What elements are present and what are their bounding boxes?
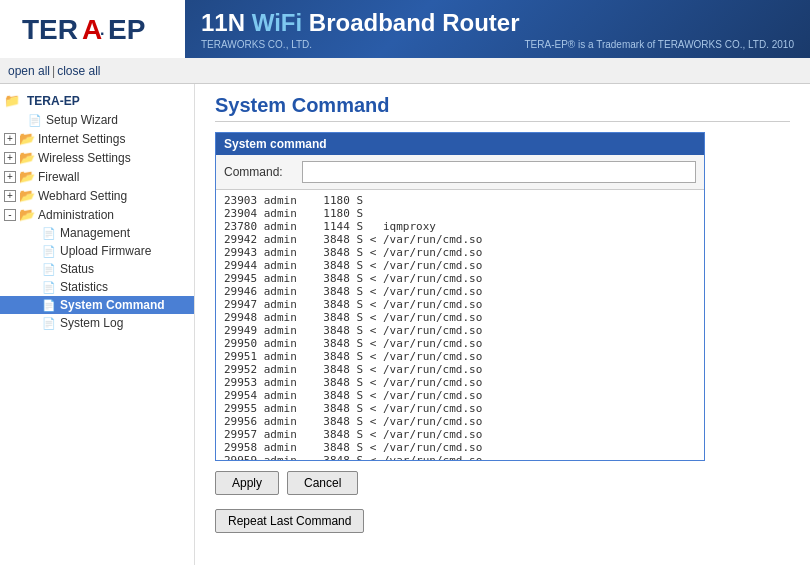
sidebar-label-internet-settings: Internet Settings (38, 132, 125, 146)
page-icon-system-log: 📄 (42, 317, 56, 330)
sidebar-label-management: Management (60, 226, 130, 240)
apply-button[interactable]: Apply (215, 471, 279, 495)
sidebar-label-status: Status (60, 262, 94, 276)
folder-icon-webhard: 📂 (19, 188, 35, 203)
output-area[interactable] (216, 190, 704, 460)
page-icon-statistics: 📄 (42, 281, 56, 294)
root-folder-icon: 📁 (4, 93, 20, 108)
sidebar-label-system-log: System Log (60, 316, 123, 330)
expand-icon-wireless: + (4, 152, 16, 164)
open-all-link[interactable]: open all (8, 64, 50, 78)
page-title: System Command (215, 94, 790, 122)
header: TER A · EP 11N WiFi Broadband Router TER… (0, 0, 810, 58)
sidebar-label-firewall: Firewall (38, 170, 79, 184)
top-nav: open all | close all (0, 58, 810, 84)
main-layout: 📁 TERA-EP 📄 Setup Wizard + 📂 Internet Se… (0, 84, 810, 565)
repeat-last-command-button[interactable]: Repeat Last Command (215, 509, 364, 533)
sidebar-label-webhard: Webhard Setting (38, 189, 127, 203)
close-all-link[interactable]: close all (57, 64, 100, 78)
sidebar-label-setup-wizard: Setup Wizard (46, 113, 118, 127)
svg-text:EP: EP (108, 14, 145, 45)
svg-text:TER: TER (22, 14, 78, 45)
sidebar-item-upload-firmware[interactable]: 📄 Upload Firmware (0, 242, 194, 260)
command-row: Command: (216, 155, 704, 190)
content-area: System Command System command Command: A… (195, 84, 810, 565)
action-buttons: Apply Cancel (215, 471, 790, 495)
command-input[interactable] (302, 161, 696, 183)
folder-icon-internet: 📂 (19, 131, 35, 146)
sidebar-root-label: TERA-EP (27, 94, 80, 108)
folder-icon-admin: 📂 (19, 207, 35, 222)
page-icon-system-command: 📄 (42, 299, 56, 312)
sidebar-label-administration: Administration (38, 208, 114, 222)
sidebar-item-wireless-settings[interactable]: + 📂 Wireless Settings (0, 148, 194, 167)
page-icon-status: 📄 (42, 263, 56, 276)
expand-icon-internet: + (4, 133, 16, 145)
sidebar-item-setup-wizard[interactable]: 📄 Setup Wizard (0, 111, 194, 129)
folder-icon-firewall: 📂 (19, 169, 35, 184)
sidebar-item-management[interactable]: 📄 Management (0, 224, 194, 242)
sidebar-label-system-command: System Command (60, 298, 165, 312)
expand-icon-admin: - (4, 209, 16, 221)
sidebar-item-internet-settings[interactable]: + 📂 Internet Settings (0, 129, 194, 148)
cancel-button[interactable]: Cancel (287, 471, 358, 495)
system-command-box: System command Command: (215, 132, 705, 461)
nav-separator: | (52, 64, 55, 78)
page-icon-management: 📄 (42, 227, 56, 240)
folder-icon-wireless: 📂 (19, 150, 35, 165)
header-title-area: 11N WiFi Broadband Router TERAWORKS CO.,… (185, 3, 810, 56)
sidebar-item-status[interactable]: 📄 Status (0, 260, 194, 278)
expand-icon-webhard: + (4, 190, 16, 202)
repeat-row: Repeat Last Command (215, 495, 790, 533)
command-label: Command: (224, 165, 294, 179)
sidebar-item-statistics[interactable]: 📄 Statistics (0, 278, 194, 296)
sidebar-item-system-command[interactable]: 📄 System Command (0, 296, 194, 314)
sidebar-item-firewall[interactable]: + 📂 Firewall (0, 167, 194, 186)
sidebar: 📁 TERA-EP 📄 Setup Wizard + 📂 Internet Se… (0, 84, 195, 565)
sidebar-item-webhard[interactable]: + 📂 Webhard Setting (0, 186, 194, 205)
header-title: 11N WiFi Broadband Router (201, 9, 794, 37)
sidebar-item-system-log[interactable]: 📄 System Log (0, 314, 194, 332)
sidebar-label-upload-firmware: Upload Firmware (60, 244, 151, 258)
sidebar-root[interactable]: 📁 TERA-EP (0, 90, 194, 111)
expand-icon-firewall: + (4, 171, 16, 183)
sidebar-label-wireless-settings: Wireless Settings (38, 151, 131, 165)
header-subtitle: TERAWORKS CO., LTD. TERA-EP® is a Tradem… (201, 39, 794, 50)
page-icon-setup: 📄 (28, 114, 42, 127)
logo: TER A · EP (0, 0, 185, 58)
sidebar-label-statistics: Statistics (60, 280, 108, 294)
page-icon-upload: 📄 (42, 245, 56, 258)
sidebar-item-administration[interactable]: - 📂 Administration (0, 205, 194, 224)
section-header: System command (216, 133, 704, 155)
svg-text:·: · (100, 25, 104, 42)
